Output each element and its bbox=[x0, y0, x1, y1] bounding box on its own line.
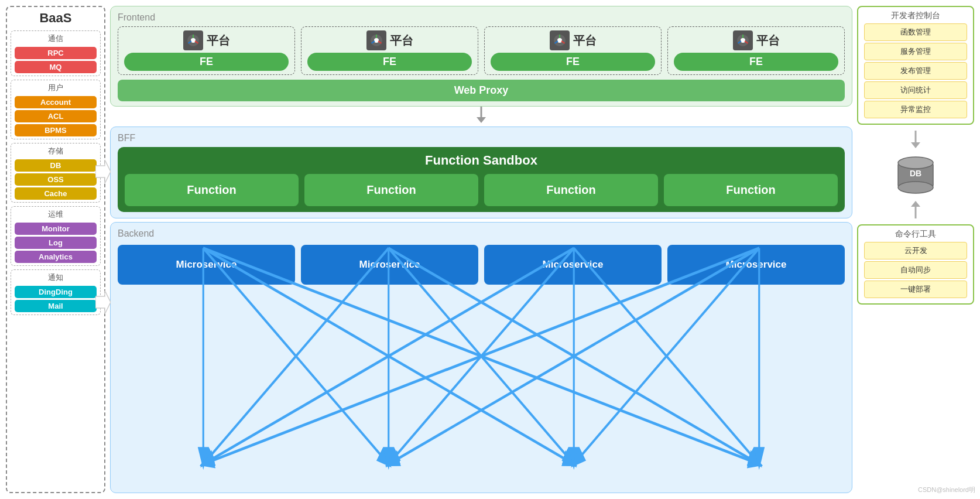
badge-log: Log bbox=[15, 237, 97, 249]
chrome-icon-1 bbox=[183, 30, 203, 50]
platform-box-1: 平台 FE bbox=[118, 26, 295, 75]
baas-title: BaaS bbox=[11, 11, 101, 26]
baas-section-comm: 通信 RPC MQ bbox=[11, 30, 101, 76]
svg-point-7 bbox=[741, 38, 745, 43]
dev-console-title: 开发者控制台 bbox=[864, 11, 967, 21]
baas-panel: BaaS 通信 RPC MQ 用户 Account ACL BPMS 存储 DB… bbox=[6, 6, 105, 493]
fe-badge-2: FE bbox=[307, 53, 472, 71]
dev-console: 开发者控制台 函数管理 服务管理 发布管理 访问统计 异常监控 bbox=[857, 6, 974, 125]
badge-mail: Mail bbox=[15, 300, 97, 312]
microservice-badge-2: Microservice bbox=[301, 245, 478, 285]
fe-badge-1: FE bbox=[124, 53, 289, 71]
baas-section-comm-title: 通信 bbox=[48, 33, 63, 44]
microservice-badge-1: Microservice bbox=[118, 245, 295, 285]
cmd-tools: 命令行工具 云开发 自动同步 一键部署 bbox=[857, 224, 974, 305]
platform-text-3: 平台 bbox=[573, 33, 597, 49]
watermark: CSDN@shinelord明 bbox=[918, 486, 975, 494]
platform-text-2: 平台 bbox=[390, 33, 413, 49]
function-sandbox: Function Sandbox Function Function Funct… bbox=[118, 147, 845, 212]
function-badge-2: Function bbox=[304, 174, 478, 206]
bff-label: BFF bbox=[118, 133, 845, 143]
microservice-badge-4: Microservice bbox=[667, 245, 845, 285]
function-badge-3: Function bbox=[484, 174, 658, 206]
svg-point-3 bbox=[374, 38, 379, 43]
backend-label: Backend bbox=[118, 228, 845, 239]
console-item-exception: 异常监控 bbox=[864, 101, 967, 118]
badge-cache: Cache bbox=[15, 187, 97, 200]
baas-section-user: 用户 Account ACL BPMS bbox=[11, 80, 101, 139]
console-item-svc-mgmt: 服务管理 bbox=[864, 43, 967, 60]
svg-marker-35 bbox=[911, 201, 920, 207]
baas-section-ops-title: 运维 bbox=[48, 209, 63, 220]
fe-badge-4: FE bbox=[674, 53, 838, 71]
baas-section-storage: 存储 DB OSS Cache bbox=[11, 143, 101, 203]
badge-acl: ACL bbox=[15, 110, 97, 122]
db-area: DB bbox=[892, 154, 939, 195]
arrow-console-down bbox=[907, 131, 924, 148]
sandbox-title: Function Sandbox bbox=[125, 153, 838, 168]
backend-section: Backend bbox=[110, 222, 852, 493]
badge-account: Account bbox=[15, 96, 97, 108]
chrome-icon-4 bbox=[733, 30, 753, 50]
platform-top-3: 平台 bbox=[550, 30, 597, 50]
microservices-row: Microservice Microservice Microservice M… bbox=[118, 245, 845, 285]
console-item-access-stats: 访问统计 bbox=[864, 81, 967, 99]
badge-db: DB bbox=[15, 159, 97, 172]
badge-dingding: DingDing bbox=[15, 286, 97, 298]
badge-mq: MQ bbox=[15, 61, 97, 73]
platform-box-4: 平台 FE bbox=[667, 26, 845, 75]
baas-section-notify-title: 通知 bbox=[48, 272, 63, 283]
svg-point-31 bbox=[898, 157, 933, 169]
svg-marker-11 bbox=[95, 290, 111, 314]
bff-section: BFF Function Sandbox Function Function F… bbox=[110, 127, 852, 218]
svg-point-32 bbox=[898, 182, 933, 193]
badge-rpc: RPC bbox=[15, 47, 97, 59]
chrome-icon-3 bbox=[550, 30, 570, 50]
badge-bpms: BPMS bbox=[15, 124, 97, 136]
center-panel: Frontend 平台 bbox=[110, 6, 852, 493]
svg-marker-10 bbox=[95, 160, 111, 183]
fe-badge-3: FE bbox=[491, 53, 655, 71]
svg-text:DB: DB bbox=[910, 169, 921, 178]
cmd-item-one-deploy: 一键部署 bbox=[864, 281, 967, 298]
platform-box-3: 平台 FE bbox=[484, 26, 662, 75]
badge-analytics: Analytics bbox=[15, 251, 97, 263]
microservice-badge-3: Microservice bbox=[484, 245, 662, 285]
console-item-publish: 发布管理 bbox=[864, 62, 967, 80]
arrow-web-proxy-down bbox=[110, 107, 852, 123]
platform-text-4: 平台 bbox=[756, 33, 780, 49]
svg-point-5 bbox=[557, 38, 562, 43]
web-proxy: Web Proxy bbox=[118, 80, 845, 101]
platform-text-1: 平台 bbox=[207, 33, 230, 49]
baas-section-notify: 通知 DingDing Mail bbox=[11, 269, 101, 315]
cmd-item-cloud-dev: 云开发 bbox=[864, 242, 967, 259]
function-badge-4: Function bbox=[664, 174, 838, 206]
frontend-label: Frontend bbox=[118, 12, 845, 23]
right-panel: 开发者控制台 函数管理 服务管理 发布管理 访问统计 异常监控 DB bbox=[857, 6, 974, 493]
platform-box-2: 平台 FE bbox=[301, 26, 478, 75]
badge-oss: OSS bbox=[15, 173, 97, 186]
platform-top-1: 平台 bbox=[183, 30, 230, 50]
baas-section-ops: 运维 Monitor Log Analytics bbox=[11, 206, 101, 266]
arrow-db-up bbox=[907, 201, 924, 218]
frontend-section: Frontend 平台 bbox=[110, 6, 852, 107]
chrome-icon-2 bbox=[366, 30, 386, 50]
svg-point-1 bbox=[191, 38, 196, 43]
function-badge-1: Function bbox=[125, 174, 299, 206]
baas-section-storage-title: 存储 bbox=[48, 146, 63, 156]
cmd-item-auto-sync: 自动同步 bbox=[864, 261, 967, 279]
platform-top-2: 平台 bbox=[366, 30, 413, 50]
badge-monitor: Monitor bbox=[15, 223, 97, 235]
cmd-tools-title: 命令行工具 bbox=[864, 229, 967, 240]
baas-section-user-title: 用户 bbox=[48, 83, 63, 93]
db-cylinder-svg: DB bbox=[892, 154, 939, 195]
svg-marker-29 bbox=[911, 142, 920, 148]
svg-marker-9 bbox=[477, 117, 486, 123]
console-item-func-mgmt: 函数管理 bbox=[864, 23, 967, 41]
fe-platforms: 平台 FE bbox=[118, 26, 845, 75]
functions-row: Function Function Function Function bbox=[125, 174, 838, 206]
platform-top-4: 平台 bbox=[733, 30, 780, 50]
